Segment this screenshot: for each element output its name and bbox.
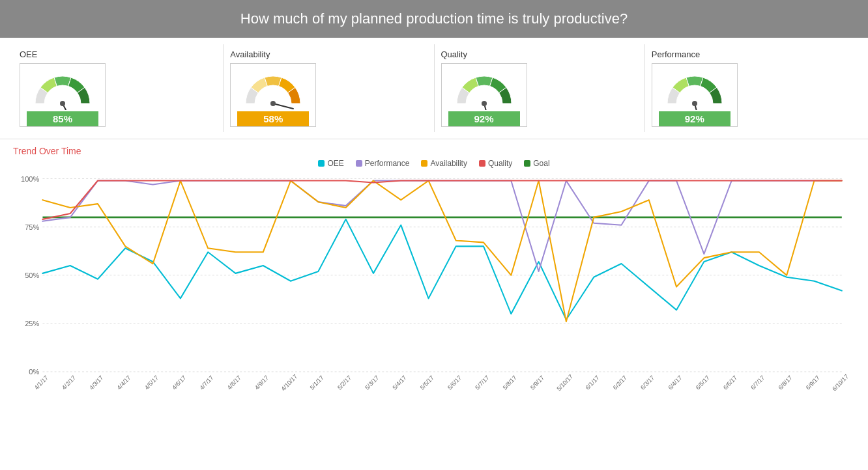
svg-text:5/6/17: 5/6/17 [446,374,463,391]
svg-text:4/6/17: 4/6/17 [171,374,187,391]
svg-text:6/10/17: 6/10/17 [832,373,850,393]
svg-text:6/7/17: 6/7/17 [750,374,766,391]
svg-text:5/2/17: 5/2/17 [336,374,353,391]
svg-text:6/9/17: 6/9/17 [805,374,821,391]
svg-point-1 [60,101,65,106]
svg-text:6/2/17: 6/2/17 [612,374,628,391]
svg-text:4/3/17: 4/3/17 [89,374,105,391]
legend-item-oee: OEE [318,159,343,168]
svg-text:5/10/17: 5/10/17 [556,373,574,393]
svg-text:5/8/17: 5/8/17 [502,374,518,391]
header-bar: How much of my planned production time i… [0,0,868,38]
svg-text:5/1/17: 5/1/17 [309,374,325,391]
svg-text:5/9/17: 5/9/17 [529,374,545,391]
gauge-widget-quality: 92% [441,63,527,127]
svg-text:4/9/17: 4/9/17 [253,374,270,391]
header-title: How much of my planned production time i… [240,10,628,27]
legend-item-performance: Performance [356,159,410,168]
svg-text:6/8/17: 6/8/17 [777,374,794,391]
svg-text:6/3/17: 6/3/17 [639,374,656,391]
gauge-label-availability: Availability [230,49,427,59]
legend-color-quality [479,160,485,167]
svg-text:5/4/17: 5/4/17 [392,374,408,391]
gauge-widget-oee: 85% [20,63,106,127]
svg-text:0%: 0% [29,368,39,376]
svg-point-7 [692,101,697,106]
legend-label-quality: Quality [488,159,512,168]
gauge-svg-performance [659,68,731,110]
gauge-svg-availability [237,68,309,110]
svg-text:4/8/17: 4/8/17 [226,374,242,391]
gauge-svg-oee [27,68,98,110]
gauge-section-quality: Quality92% [435,44,645,132]
gauge-label-performance: Performance [652,49,848,59]
svg-text:4/7/17: 4/7/17 [199,374,215,391]
legend-label-goal: Goal [533,159,549,168]
legend-color-performance [356,160,362,167]
chart-legend: OEEPerformanceAvailabilityQualityGoal [13,159,855,168]
gauge-section-performance: Performance92% [645,44,855,132]
svg-text:100%: 100% [21,175,39,183]
legend-label-oee: OEE [327,159,343,168]
trend-chart-svg: 0%25%50%75%100%4/1/174/2/174/3/174/4/174… [13,172,855,406]
svg-text:5/5/17: 5/5/17 [419,374,435,391]
svg-text:4/10/17: 4/10/17 [280,373,298,393]
legend-item-availability: Availability [421,159,467,168]
series-availability [42,181,841,322]
gauge-value-oee: 85% [27,111,98,126]
svg-text:6/1/17: 6/1/17 [585,374,601,391]
gauge-value-quality: 92% [448,111,520,126]
gauge-label-quality: Quality [441,49,638,59]
gauge-widget-performance: 92% [652,63,738,127]
gauge-value-availability: 58% [237,111,309,126]
svg-point-5 [482,101,487,106]
gauge-value-performance: 92% [659,111,731,126]
gauges-row: OEE85%Availability58%Quality92%Performan… [0,38,868,139]
svg-text:4/2/17: 4/2/17 [61,374,77,391]
gauge-svg-quality [448,68,520,110]
chart-container: 0%25%50%75%100%4/1/174/2/174/3/174/4/174… [13,172,855,406]
svg-text:6/4/17: 6/4/17 [667,374,684,391]
svg-text:4/1/17: 4/1/17 [33,374,50,391]
svg-text:50%: 50% [25,271,39,279]
trend-title: Trend Over Time [13,146,855,156]
gauge-section-oee: OEE85% [13,44,224,132]
series-performance [42,181,841,271]
legend-label-availability: Availability [430,159,467,168]
svg-text:6/6/17: 6/6/17 [722,374,738,391]
svg-text:4/5/17: 4/5/17 [143,374,160,391]
trend-section: Trend Over Time OEEPerformanceAvailabili… [0,139,868,406]
gauge-section-availability: Availability58% [224,44,434,132]
legend-item-quality: Quality [479,159,512,168]
legend-color-availability [421,160,427,167]
series-quality [42,181,841,219]
gauge-label-oee: OEE [20,49,216,59]
legend-color-oee [318,160,325,167]
svg-text:6/5/17: 6/5/17 [695,374,711,391]
legend-color-goal [524,160,530,167]
svg-line-2 [273,104,293,109]
legend-item-goal: Goal [524,159,549,168]
legend-label-performance: Performance [365,159,410,168]
svg-text:25%: 25% [25,320,39,327]
gauge-widget-availability: 58% [230,63,316,127]
svg-text:5/3/17: 5/3/17 [364,374,380,391]
svg-point-3 [270,101,276,106]
svg-text:75%: 75% [25,223,39,231]
svg-text:4/4/17: 4/4/17 [116,374,132,391]
svg-text:5/7/17: 5/7/17 [474,374,491,391]
